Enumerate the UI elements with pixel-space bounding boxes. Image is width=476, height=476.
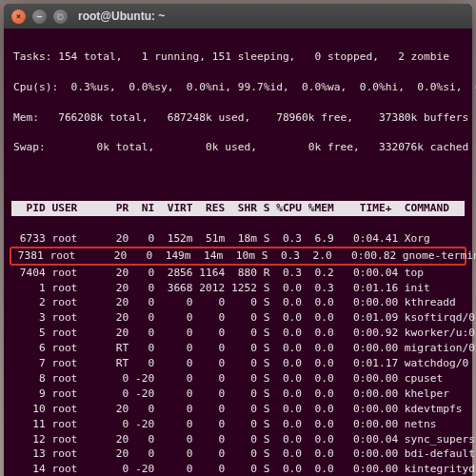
- columns-header: PID USER PR NI VIRT RES SHR S %CPU %MEM …: [11, 201, 465, 216]
- process-row: 1 root 20 0 3668 2012 1252 S 0.0 0.3 0:0…: [11, 281, 465, 296]
- minimize-icon[interactable]: –: [32, 10, 47, 24]
- titlebar[interactable]: × – ▢ root@Ubuntu: ~: [4, 4, 472, 29]
- terminal-body[interactable]: Tasks: 154 total, 1 running, 151 sleepin…: [4, 29, 472, 476]
- terminal-window: × – ▢ root@Ubuntu: ~ Tasks: 154 total, 1…: [4, 4, 472, 476]
- process-row: 7404 root 20 0 2856 1164 880 R 0.3 0.2 0…: [11, 266, 465, 281]
- summary-cpu: Cpu(s): 0.3%us, 0.0%sy, 0.0%ni, 99.7%id,…: [11, 80, 465, 95]
- process-row: 7 root RT 0 0 0 0 S 0.0 0.0 0:01.17 watc…: [11, 356, 465, 371]
- process-row: 12 root 20 0 0 0 0 S 0.0 0.0 0:00.04 syn…: [11, 432, 465, 447]
- summary-mem: Mem: 766208k total, 687248k used, 78960k…: [11, 110, 465, 126]
- process-row: 10 root 20 0 0 0 0 S 0.0 0.0 0:00.00 kde…: [11, 402, 465, 417]
- summary-tasks: Tasks: 154 total, 1 running, 151 sleepin…: [11, 50, 465, 65]
- window-title: root@Ubuntu: ~: [78, 10, 165, 23]
- process-row: 2 root 20 0 0 0 0 S 0.0 0.0 0:00.00 kthr…: [11, 295, 465, 310]
- process-row: 8 root 0 -20 0 0 0 S 0.0 0.0 0:00.00 cpu…: [11, 371, 465, 387]
- process-row: 13 root 20 0 0 0 0 S 0.0 0.0 0:00.00 bdi…: [11, 446, 465, 462]
- process-row: 6733 root 20 0 152m 51m 18m S 0.3 6.9 0:…: [11, 231, 465, 247]
- process-row: 3 root 20 0 0 0 0 S 0.0 0.0 0:01.09 ksof…: [11, 310, 465, 326]
- process-list: 6733 root 20 0 152m 51m 18m S 0.3 6.9 0:…: [11, 231, 465, 476]
- process-row: 5 root 20 0 0 0 0 S 0.0 0.0 0:00.92 kwor…: [11, 326, 465, 341]
- process-row-highlighted: 7381 root 20 0 149m 14m 10m S 0.3 2.0 0:…: [10, 247, 466, 266]
- process-row: 14 root 0 -20 0 0 0 S 0.0 0.0 0:00.00 ki…: [11, 462, 465, 476]
- close-icon[interactable]: ×: [11, 10, 26, 24]
- maximize-icon[interactable]: ▢: [53, 10, 68, 24]
- process-row: 9 root 0 -20 0 0 0 S 0.0 0.0 0:00.00 khe…: [11, 387, 465, 402]
- summary-swap: Swap: 0k total, 0k used, 0k free, 332076…: [11, 140, 465, 155]
- blank-line: [11, 170, 465, 186]
- process-row: 11 root 0 -20 0 0 0 S 0.0 0.0 0:00.00 ne…: [11, 417, 465, 432]
- process-row: 6 root RT 0 0 0 0 S 0.0 0.0 0:00.00 migr…: [11, 341, 465, 356]
